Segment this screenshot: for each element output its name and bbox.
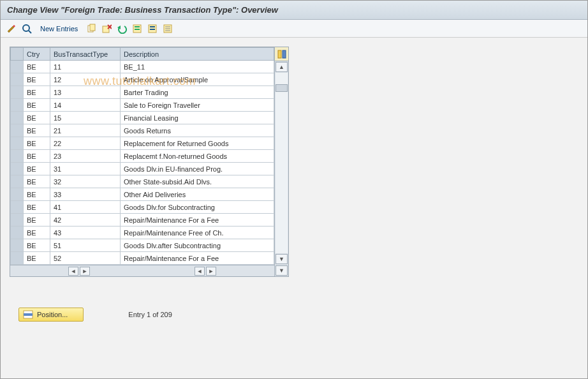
cell-bustransacttype[interactable]: 11 [50,61,121,73]
table-row[interactable]: BE15Financial Leasing [11,112,274,124]
cell-ctry[interactable]: BE [24,150,50,163]
table-row[interactable]: BE32Other State-subsid.Aid Dlvs. [11,175,274,188]
row-select-cell[interactable] [11,150,24,163]
cell-bustransacttype[interactable]: 32 [50,175,121,188]
scroll-left-end-icon[interactable]: ◄ [195,267,205,276]
cell-ctry[interactable]: BE [24,214,50,227]
table-row[interactable]: BE14Sale to Foreign Traveller [11,99,274,112]
cell-description[interactable]: Replacement for Returned Goods [121,137,274,150]
copy-icon[interactable] [85,23,97,34]
cell-description[interactable]: Goods Dlv.after Subcontracting [121,239,274,252]
cell-bustransacttype[interactable]: 41 [50,201,121,214]
cell-description[interactable]: Article on Approval/Sample [121,73,274,86]
cell-bustransacttype[interactable]: 51 [50,239,121,252]
print-icon[interactable] [162,23,173,34]
col-header-description[interactable]: Description [121,48,274,61]
table-row[interactable]: BE21Goods Returns [11,124,274,137]
details-icon[interactable] [21,23,33,34]
col-header-ctry[interactable]: Ctry [24,48,50,61]
table-row[interactable]: BE52Repair/Maintenance For a Fee [11,252,274,265]
table-row[interactable]: BE11BE_11 [11,61,274,73]
row-select-cell[interactable] [11,188,24,201]
row-select-cell[interactable] [11,124,24,137]
row-select-cell[interactable] [11,61,24,73]
cell-description[interactable]: Repair/Maintenance For a Fee [121,214,274,227]
cell-ctry[interactable]: BE [24,137,50,150]
table-row[interactable]: BE31Goods Dlv.in EU-financed Prog. [11,163,274,175]
scroll-right-icon[interactable]: ► [80,267,90,276]
scroll-up-icon[interactable]: ▲ [276,62,288,72]
table-row[interactable]: BE43Repair/Maintenance Free of Ch. [11,227,274,239]
cell-bustransacttype[interactable]: 15 [50,112,121,124]
table-row[interactable]: BE22Replacement for Returned Goods [11,137,274,150]
cell-description[interactable]: Goods Returns [121,124,274,137]
table-settings-icon[interactable] [275,47,288,61]
table-row[interactable]: BE13Barter Trading [11,86,274,99]
scroll-right-end-icon[interactable]: ► [206,267,216,276]
cell-description[interactable]: Goods Dlv.in EU-financed Prog. [121,163,274,175]
new-entries-button[interactable]: New Entries [36,24,82,34]
cell-description[interactable]: Repair/Maintenance For a Fee [121,252,274,265]
table-row[interactable]: BE23Replacemt f.Non-returned Goods [11,150,274,163]
cell-bustransacttype[interactable]: 33 [50,188,121,201]
cell-description[interactable]: Barter Trading [121,86,274,99]
cell-description[interactable]: Goods Dlv.for Subcontracting [121,201,274,214]
cell-ctry[interactable]: BE [24,61,50,73]
row-select-cell[interactable] [11,239,24,252]
row-select-cell[interactable] [11,137,24,150]
row-select-cell[interactable] [11,227,24,239]
row-select-cell[interactable] [11,99,24,112]
row-select-cell[interactable] [11,163,24,175]
cell-bustransacttype[interactable]: 23 [50,150,121,163]
cell-ctry[interactable]: BE [24,124,50,137]
row-select-cell[interactable] [11,86,24,99]
row-select-header[interactable] [11,48,24,61]
cell-bustransacttype[interactable]: 14 [50,99,121,112]
cell-bustransacttype[interactable]: 13 [50,86,121,99]
cell-ctry[interactable]: BE [24,175,50,188]
scroll-thumb[interactable] [276,84,288,92]
row-select-cell[interactable] [11,201,24,214]
scroll-end-icon[interactable]: ▼ [276,265,288,276]
cell-ctry[interactable]: BE [24,86,50,99]
cell-bustransacttype[interactable]: 42 [50,214,121,227]
cell-description[interactable]: Financial Leasing [121,112,274,124]
cell-bustransacttype[interactable]: 21 [50,124,121,137]
cell-ctry[interactable]: BE [24,99,50,112]
cell-description[interactable]: Other State-subsid.Aid Dlvs. [121,175,274,188]
cell-bustransacttype[interactable]: 31 [50,163,121,175]
cell-ctry[interactable]: BE [24,201,50,214]
cell-ctry[interactable]: BE [24,252,50,265]
cell-bustransacttype[interactable]: 12 [50,73,121,86]
cell-ctry[interactable]: BE [24,112,50,124]
row-select-cell[interactable] [11,252,24,265]
cell-bustransacttype[interactable]: 22 [50,137,121,150]
undo-icon[interactable] [116,23,128,34]
scroll-left-icon[interactable]: ◄ [68,267,78,276]
cell-description[interactable]: Sale to Foreign Traveller [121,99,274,112]
toggle-edit-icon[interactable] [6,23,17,34]
row-select-cell[interactable] [11,73,24,86]
cell-ctry[interactable]: BE [24,188,50,201]
table-row[interactable]: BE12Article on Approval/Sample [11,73,274,86]
delete-icon[interactable] [101,23,112,34]
col-header-bustransacttype[interactable]: BusTransactType [50,48,121,61]
cell-bustransacttype[interactable]: 43 [50,227,121,239]
row-select-cell[interactable] [11,112,24,124]
cell-ctry[interactable]: BE [24,73,50,86]
row-select-cell[interactable] [11,214,24,227]
deselect-all-icon[interactable] [147,23,158,34]
cell-ctry[interactable]: BE [24,163,50,175]
scroll-down-icon[interactable]: ▼ [276,254,288,264]
table-row[interactable]: BE41Goods Dlv.for Subcontracting [11,201,274,214]
position-button[interactable]: Position... [18,308,84,322]
cell-description[interactable]: BE_11 [121,61,274,73]
row-select-cell[interactable] [11,175,24,188]
cell-ctry[interactable]: BE [24,239,50,252]
cell-ctry[interactable]: BE [24,227,50,239]
cell-description[interactable]: Replacemt f.Non-returned Goods [121,150,274,163]
table-row[interactable]: BE33Other Aid Deliveries [11,188,274,201]
scroll-track[interactable] [276,73,288,253]
table-row[interactable]: BE42Repair/Maintenance For a Fee [11,214,274,227]
cell-bustransacttype[interactable]: 52 [50,252,121,265]
